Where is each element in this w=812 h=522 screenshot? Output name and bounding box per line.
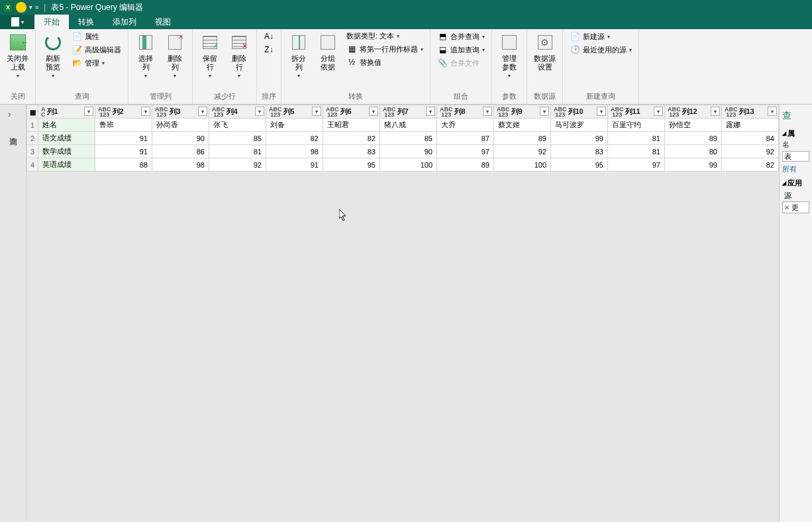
column-header[interactable]: ABC123列8▾: [437, 105, 494, 119]
remove-columns-button[interactable]: 删除 列 ▾: [162, 30, 188, 80]
cell[interactable]: 81: [608, 145, 665, 158]
tab-view[interactable]: 视图: [146, 15, 180, 29]
advanced-editor-button[interactable]: 📝高级编辑器: [69, 44, 124, 56]
refresh-preview-button[interactable]: 刷新 预览 ▾: [40, 30, 66, 80]
row-header[interactable]: 4: [27, 158, 38, 172]
properties-button[interactable]: 📄属性: [69, 30, 124, 42]
filter-dropdown-icon[interactable]: ▾: [540, 107, 549, 116]
filter-dropdown-icon[interactable]: ▾: [768, 107, 777, 116]
data-grid[interactable]: ▦AC列1▾ABC123列2▾ABC123列3▾ABC123列4▾ABC123列…: [26, 105, 779, 522]
cell[interactable]: 80: [665, 145, 722, 158]
filter-dropdown-icon[interactable]: ▾: [483, 107, 492, 116]
cell[interactable]: 85: [380, 132, 437, 145]
cell[interactable]: 85: [209, 132, 266, 145]
cell[interactable]: 99: [665, 158, 722, 172]
filter-dropdown-icon[interactable]: ▾: [312, 107, 321, 116]
row-header[interactable]: 3: [27, 145, 38, 158]
column-header[interactable]: ABC123列12▾: [665, 105, 722, 119]
group-by-button[interactable]: 分组 依据: [315, 30, 341, 73]
column-header[interactable]: ABC123列4▾: [209, 105, 266, 119]
cell[interactable]: 82: [722, 158, 779, 172]
step-changed-type[interactable]: ✕更: [782, 201, 809, 213]
cell[interactable]: 89: [665, 132, 722, 145]
cell[interactable]: 刘备: [266, 119, 323, 132]
cell[interactable]: 孙尚香: [152, 119, 209, 132]
smiley-icon[interactable]: [16, 2, 26, 13]
cell[interactable]: 大乔: [437, 119, 494, 132]
cell[interactable]: 82: [266, 132, 323, 145]
column-header[interactable]: ABC123列13▾: [722, 105, 779, 119]
cell[interactable]: 87: [437, 132, 494, 145]
cell[interactable]: 99: [551, 132, 608, 145]
properties-section[interactable]: ◢属: [782, 129, 809, 138]
cell[interactable]: 92: [494, 145, 551, 158]
column-header[interactable]: ABC123列9▾: [494, 105, 551, 119]
cell[interactable]: 91: [95, 132, 152, 145]
cell[interactable]: 姓名: [38, 119, 95, 132]
cell[interactable]: 90: [380, 145, 437, 158]
manage-button[interactable]: 📂管理 ▾: [69, 57, 124, 69]
row-header[interactable]: 1: [27, 119, 38, 132]
cell[interactable]: 91: [95, 145, 152, 158]
cell[interactable]: 王昭君: [323, 119, 380, 132]
data-source-settings-button[interactable]: 数据源 设置: [531, 30, 558, 73]
grid-corner[interactable]: ▦: [27, 105, 38, 119]
cell[interactable]: 92: [722, 145, 779, 158]
cell[interactable]: 英语成绩: [38, 158, 95, 172]
cell[interactable]: 孙悟空: [665, 119, 722, 132]
cell[interactable]: 露娜: [722, 119, 779, 132]
column-header[interactable]: ABC123列5▾: [266, 105, 323, 119]
cell[interactable]: 张飞: [209, 119, 266, 132]
cell[interactable]: 83: [551, 145, 608, 158]
cell[interactable]: 98: [152, 158, 209, 172]
cell[interactable]: 百里守约: [608, 119, 665, 132]
delete-step-icon[interactable]: ✕: [784, 204, 789, 211]
append-queries-button[interactable]: ⬓追加查询 ▾: [434, 44, 487, 56]
applied-steps-section[interactable]: ◢应用: [782, 178, 809, 188]
column-header[interactable]: ABC123列6▾: [323, 105, 380, 119]
column-header[interactable]: ABC123列11▾: [608, 105, 665, 119]
recent-sources-button[interactable]: 🕑最近使用的源 ▾: [567, 44, 634, 56]
combine-files-button[interactable]: 📎合并文件: [434, 57, 487, 69]
cell[interactable]: 92: [209, 158, 266, 172]
cell[interactable]: 蔡文姬: [494, 119, 551, 132]
column-header[interactable]: AC列1▾: [38, 105, 95, 119]
select-columns-button[interactable]: 选择 列 ▾: [132, 30, 159, 80]
cell[interactable]: 81: [209, 145, 266, 158]
cell[interactable]: 89: [494, 132, 551, 145]
filter-dropdown-icon[interactable]: ▾: [426, 107, 435, 116]
cell[interactable]: 97: [437, 145, 494, 158]
keep-rows-button[interactable]: 保留 行 ▾: [197, 30, 223, 80]
data-type-button[interactable]: 数据类型: 文本 ▾: [344, 30, 426, 42]
first-row-header-button[interactable]: ▦将第一行用作标题 ▾: [344, 43, 426, 55]
filter-dropdown-icon[interactable]: ▾: [369, 107, 378, 116]
cell[interactable]: 100: [380, 158, 437, 172]
cell[interactable]: 98: [266, 145, 323, 158]
remove-rows-button[interactable]: 删除 行 ▾: [226, 30, 252, 80]
cell[interactable]: 马可波罗: [551, 119, 608, 132]
manage-parameters-button[interactable]: 管理 参数 ▾: [496, 30, 523, 80]
column-header[interactable]: ABC123列3▾: [152, 105, 209, 119]
cell[interactable]: 83: [323, 145, 380, 158]
filter-dropdown-icon[interactable]: ▾: [711, 107, 720, 116]
tab-transform[interactable]: 转换: [69, 15, 103, 29]
cell[interactable]: 鲁班: [95, 119, 152, 132]
query-name-input[interactable]: [782, 151, 809, 162]
sort-desc-button[interactable]: Z↓: [261, 44, 277, 56]
all-properties-link[interactable]: 所有: [782, 164, 809, 174]
cell[interactable]: 数学成绩: [38, 145, 95, 158]
cell[interactable]: 95: [551, 158, 608, 172]
cell[interactable]: 86: [152, 145, 209, 158]
replace-values-button[interactable]: ½替换值: [344, 56, 426, 68]
cell[interactable]: 语文成绩: [38, 132, 95, 145]
column-header[interactable]: ABC123列2▾: [95, 105, 152, 119]
filter-dropdown-icon[interactable]: ▾: [84, 107, 93, 116]
close-load-button[interactable]: 关闭并 上载 ▾: [4, 30, 31, 80]
file-menu[interactable]: ▾: [0, 15, 34, 29]
cell[interactable]: 81: [608, 132, 665, 145]
column-header[interactable]: ABC123列7▾: [380, 105, 437, 119]
cell[interactable]: 100: [494, 158, 551, 172]
cell[interactable]: 90: [152, 132, 209, 145]
cell[interactable]: 97: [608, 158, 665, 172]
tab-home[interactable]: 开始: [34, 15, 69, 29]
